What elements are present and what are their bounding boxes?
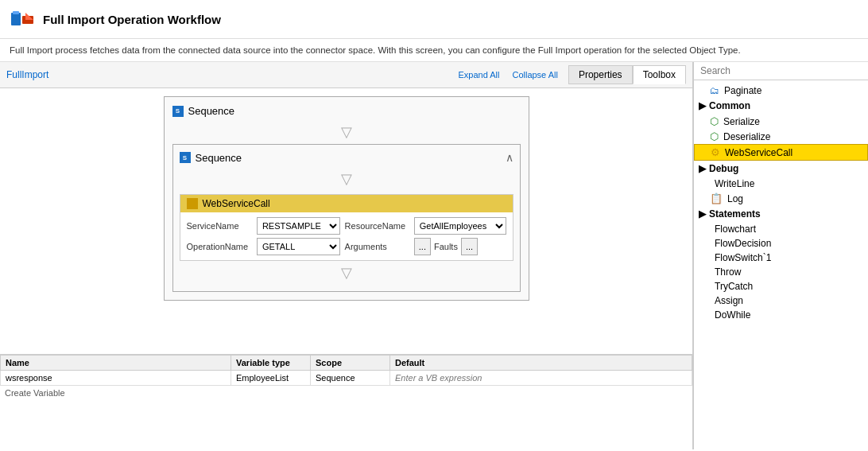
svg-rect-1 bbox=[13, 11, 19, 14]
collapse-all-button[interactable]: Collapse All bbox=[510, 70, 560, 80]
tab-toolbox[interactable]: Toolbox bbox=[633, 65, 686, 84]
outer-sequence-label: Sequence bbox=[188, 105, 235, 117]
expand-all-button[interactable]: Expand All bbox=[455, 70, 502, 80]
inner-sequence-label: Sequence bbox=[196, 152, 242, 164]
table-row: wsresponse EmployeeList Sequence bbox=[1, 371, 692, 386]
page-title: Full Import Operation Workflow bbox=[43, 13, 221, 26]
resource-name-select[interactable]: GetAllEmployees bbox=[414, 217, 506, 235]
down-arrow-3: ▽ bbox=[180, 264, 513, 282]
arguments-label: Arguments bbox=[345, 242, 409, 251]
description-text: Full Import process fetches data from th… bbox=[0, 39, 868, 62]
statements-label: Statements bbox=[709, 208, 761, 220]
toolbox-item-deserialize[interactable]: ⬡ Deserialize bbox=[694, 129, 868, 144]
toolbox-item-assign[interactable]: Assign bbox=[694, 294, 868, 308]
toolbox-category-common[interactable]: ▶ Common bbox=[694, 98, 868, 114]
toolbox-item-trycatch[interactable]: TryCatch bbox=[694, 279, 868, 294]
log-label: Log bbox=[727, 193, 743, 204]
toolbox-item-flowdecision[interactable]: FlowDecision bbox=[694, 236, 868, 251]
assign-label: Assign bbox=[715, 295, 743, 306]
var-default-input[interactable] bbox=[395, 373, 687, 383]
statements-triangle-icon: ▶ bbox=[699, 208, 706, 220]
log-icon: 📋 bbox=[710, 192, 723, 204]
toolbox-item-writeline[interactable]: WriteLine bbox=[694, 177, 868, 191]
down-arrow-2: ▽ bbox=[180, 170, 513, 188]
var-scope: Sequence bbox=[311, 371, 390, 386]
resource-name-label: ResourceName bbox=[345, 221, 409, 231]
wsc-label: WebServiceCall bbox=[203, 198, 270, 209]
toolbox-item-dowhile[interactable]: DoWhile bbox=[694, 308, 868, 322]
flowdecision-label: FlowDecision bbox=[715, 238, 771, 249]
operation-name-label: OperationName bbox=[187, 242, 252, 251]
trycatch-label: TryCatch bbox=[715, 281, 753, 292]
paginate-label: Paginate bbox=[724, 85, 761, 96]
dowhile-label: DoWhile bbox=[715, 309, 750, 321]
right-panel: 🗂 Paginate ▶ Common ⬡ Serialize ⬡ Deseri… bbox=[693, 62, 868, 449]
workflow-toolbar: FullImport Expand All Collapse All Prope… bbox=[0, 62, 692, 88]
serialize-icon: ⬡ bbox=[710, 115, 719, 127]
col-variable-type: Variable type bbox=[231, 356, 311, 371]
wsc-icon bbox=[187, 198, 198, 209]
wsc-toolbox-label: WebServiceCall bbox=[725, 147, 792, 158]
wsc-header: WebServiceCall bbox=[180, 195, 513, 212]
paginate-icon: 🗂 bbox=[710, 85, 719, 96]
arguments-button[interactable]: ... bbox=[414, 238, 431, 255]
create-variable-label[interactable]: Create Variable bbox=[0, 386, 692, 400]
flowchart-label: Flowchart bbox=[715, 224, 756, 235]
var-name: wsresponse bbox=[1, 371, 231, 386]
app-icon bbox=[10, 6, 35, 32]
var-default[interactable] bbox=[390, 371, 692, 386]
serialize-label: Serialize bbox=[723, 116, 760, 127]
variables-table: Name Variable type Scope Default wsrespo… bbox=[0, 355, 692, 386]
operation-name-select[interactable]: GETALL bbox=[257, 238, 340, 255]
toolbox-item-flowswitch[interactable]: FlowSwitch`1 bbox=[694, 251, 868, 265]
service-name-label: ServiceName bbox=[187, 221, 252, 231]
left-panel: FullImport Expand All Collapse All Prope… bbox=[0, 62, 693, 449]
down-arrow-1: ▽ bbox=[172, 123, 521, 141]
outer-sequence-header: S Sequence bbox=[172, 105, 521, 117]
debug-label: Debug bbox=[709, 163, 738, 174]
toolbox-tree: 🗂 Paginate ▶ Common ⬡ Serialize ⬡ Deseri… bbox=[694, 80, 868, 449]
web-service-call-box: WebServiceCall ServiceName RESTSAMPLE Re… bbox=[180, 194, 513, 261]
faults-label: Faults bbox=[434, 242, 458, 251]
toolbox-item-webservicecall[interactable]: ⚙ WebServiceCall bbox=[694, 144, 868, 161]
collapse-inner-button[interactable]: ∧ bbox=[506, 151, 513, 164]
breadcrumb[interactable]: FullImport bbox=[6, 69, 48, 80]
col-scope: Scope bbox=[311, 356, 390, 371]
variables-panel: Name Variable type Scope Default wsrespo… bbox=[0, 354, 692, 449]
deserialize-label: Deserialize bbox=[723, 131, 770, 142]
toolbox-category-statements[interactable]: ▶ Statements bbox=[694, 206, 868, 222]
writeline-label: WriteLine bbox=[715, 178, 754, 189]
panel-tabs: Properties Toolbox bbox=[568, 65, 686, 84]
toolbox-item-throw[interactable]: Throw bbox=[694, 265, 868, 279]
inner-sequence-header: S Sequence ∧ bbox=[180, 151, 513, 164]
svg-rect-0 bbox=[11, 13, 21, 25]
deserialize-icon: ⬡ bbox=[710, 130, 719, 142]
var-type: EmployeeList bbox=[231, 371, 311, 386]
header: Full Import Operation Workflow bbox=[0, 0, 868, 39]
inner-sequence: S Sequence ∧ ▽ WebServiceCall Serv bbox=[172, 144, 521, 292]
toolbox-item-paginate[interactable]: 🗂 Paginate bbox=[694, 84, 868, 98]
throw-label: Throw bbox=[715, 266, 741, 278]
common-triangle-icon: ▶ bbox=[699, 100, 706, 111]
toolbox-category-debug[interactable]: ▶ Debug bbox=[694, 161, 868, 177]
debug-triangle-icon: ▶ bbox=[699, 163, 706, 174]
toolbox-item-log[interactable]: 📋 Log bbox=[694, 191, 868, 206]
outer-sequence: S Sequence ▽ S Sequence ∧ ▽ bbox=[164, 96, 529, 301]
faults-button[interactable]: ... bbox=[461, 238, 478, 255]
wsc-toolbox-icon: ⚙ bbox=[711, 146, 720, 158]
common-label: Common bbox=[709, 100, 750, 111]
service-name-select[interactable]: RESTSAMPLE bbox=[257, 217, 340, 235]
flowswitch-label: FlowSwitch`1 bbox=[715, 252, 771, 263]
toolbox-item-flowchart[interactable]: Flowchart bbox=[694, 222, 868, 236]
tab-properties[interactable]: Properties bbox=[568, 65, 633, 84]
inner-sequence-icon: S bbox=[180, 152, 191, 163]
wsc-body: ServiceName RESTSAMPLE ResourceName GetA… bbox=[180, 212, 513, 260]
col-default: Default bbox=[390, 356, 692, 371]
workflow-canvas: S Sequence ▽ S Sequence ∧ ▽ bbox=[0, 88, 692, 354]
toolbox-search[interactable] bbox=[694, 62, 868, 80]
main-layout: FullImport Expand All Collapse All Prope… bbox=[0, 62, 868, 449]
col-name: Name bbox=[1, 356, 231, 371]
sequence-icon: S bbox=[172, 106, 184, 117]
toolbox-item-serialize[interactable]: ⬡ Serialize bbox=[694, 114, 868, 129]
